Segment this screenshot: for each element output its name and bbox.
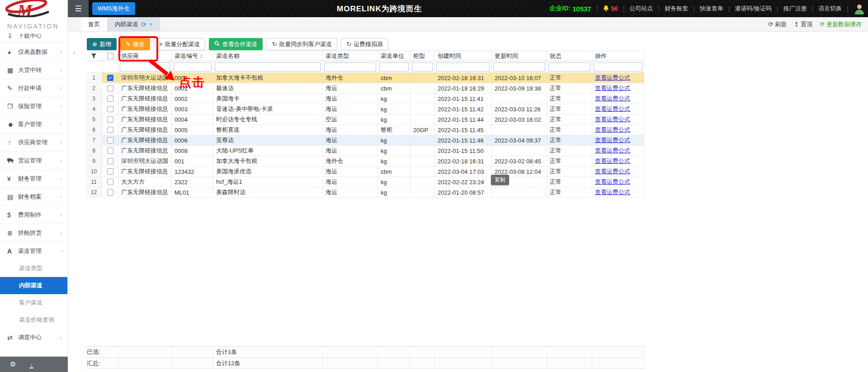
row-checkbox[interactable] bbox=[107, 148, 113, 154]
tab-refresh-icon[interactable]: ⟳ bbox=[141, 21, 146, 28]
row-checkbox[interactable] bbox=[107, 85, 113, 91]
col-channel-type[interactable]: 渠道类型 bbox=[323, 51, 378, 61]
table-row[interactable]: 6 广东无限链接信息 0005 整柜直送 海运 整柜 20GP 2022-01-… bbox=[86, 125, 644, 135]
tab-home[interactable]: 首页 bbox=[81, 17, 108, 31]
table-row[interactable]: 9 深圳市明大运达国 001 加拿大海卡包税 海外仓 kg 2022-02-18… bbox=[86, 156, 644, 167]
edit-button[interactable]: ✎ 修改 bbox=[120, 38, 150, 50]
app-switch-button[interactable]: WMS海外仓 bbox=[92, 2, 135, 15]
hamburger-menu-icon[interactable]: ☰ bbox=[68, 0, 89, 17]
view-freight-formula-link[interactable]: 查看运费公式 bbox=[595, 105, 630, 113]
view-freight-formula-link[interactable]: 查看运费公式 bbox=[595, 136, 630, 144]
filter-funnel-icon[interactable] bbox=[86, 51, 102, 61]
filter-supplier-input[interactable] bbox=[120, 62, 170, 72]
row-checkbox[interactable] bbox=[107, 75, 113, 81]
row-checkbox[interactable] bbox=[107, 189, 113, 196]
table-row[interactable]: 4 广东无限链接信息 0003 音速达-美中带电-卡派 海运 kg 2022-0… bbox=[86, 104, 644, 114]
col-cabinet-type[interactable]: 柜型 bbox=[410, 51, 435, 61]
sidebar-item-finance[interactable]: ¥ 财务管理 ‹ bbox=[0, 169, 67, 187]
menu-finance-book[interactable]: 财务账套 bbox=[665, 5, 688, 13]
view-freight-formula-link[interactable]: 查看运费公式 bbox=[595, 147, 630, 155]
table-row[interactable]: 8 广东无限链接信息 0008 大陆-UPS红单 海运 kg 2022-01-1… bbox=[86, 146, 644, 156]
filter-channel-unit-input[interactable] bbox=[379, 62, 409, 72]
sidebar-subitem-channel-price-query[interactable]: 渠道价格查询 bbox=[0, 311, 67, 329]
sidebar-item-download-center[interactable]: ⇩ 下载中心 bbox=[0, 33, 67, 43]
user-avatar[interactable] bbox=[854, 3, 865, 14]
sort-icon[interactable]: ▲▼ bbox=[200, 53, 203, 59]
row-checkbox[interactable] bbox=[107, 95, 113, 102]
filter-created-input[interactable] bbox=[436, 62, 490, 72]
select-all-checkbox[interactable] bbox=[107, 53, 113, 59]
filter-cabinet-input[interactable] bbox=[412, 62, 433, 72]
col-created-time[interactable]: 创建时间 bbox=[435, 51, 492, 61]
filter-channel-name-input[interactable] bbox=[215, 62, 321, 72]
view-freight-formula-link[interactable]: 查看运费公式 bbox=[595, 167, 630, 176]
gear-icon[interactable]: ⚙ bbox=[10, 360, 16, 368]
download-icon[interactable]: ↓ bbox=[29, 360, 33, 368]
sidebar-item-insurance[interactable]: ❐ 保险管理 ‹ bbox=[0, 97, 67, 115]
filter-status-input[interactable] bbox=[548, 62, 590, 72]
sidebar-item-payment-request[interactable]: ✎ 付款申请 ‹ bbox=[0, 79, 67, 97]
menu-company-site[interactable]: 公司站点 bbox=[630, 5, 653, 13]
pin-top-button[interactable]: ↥ 置顶 bbox=[794, 20, 812, 29]
sidebar-item-suppliers[interactable]: ☝ 供应商管理 ‹ bbox=[0, 133, 67, 151]
row-checkbox[interactable] bbox=[107, 116, 113, 123]
menu-language-switch[interactable]: 语言切换 bbox=[818, 5, 842, 13]
col-supplier[interactable]: 供应商 bbox=[118, 51, 172, 61]
sidebar-item-fee-making[interactable]: $ 费用制作 ‹ bbox=[0, 205, 67, 224]
view-freight-formula-link[interactable]: 查看运费公式 bbox=[595, 157, 630, 165]
row-checkbox[interactable] bbox=[107, 179, 113, 185]
col-channel-code[interactable]: 渠道编号 ▲▼ bbox=[172, 51, 213, 61]
view-freight-formula-link[interactable]: 查看运费公式 bbox=[595, 74, 630, 82]
col-channel-unit[interactable]: 渠道单位 bbox=[378, 51, 410, 61]
view-freight-formula-link[interactable]: 查看运费公式 bbox=[595, 126, 630, 134]
view-freight-formula-link[interactable]: 查看运费公式 bbox=[595, 95, 630, 103]
batch-sync-button[interactable]: ↻ 批量同步到客户渠道 bbox=[266, 38, 337, 50]
table-row[interactable]: 11 大大方方 2322 hcf_海运1 海运 kg 2022-02-22 23… bbox=[86, 177, 644, 187]
sidebar-subitem-customer-channel[interactable]: 客户渠道 bbox=[0, 294, 67, 311]
sidebar-item-bulk-transfer[interactable]: ▦ 大货中转 ‹ bbox=[0, 61, 67, 79]
table-row[interactable]: 10 广东无限链接信息 123432 美国海派优选 海运 cbm 2022-03… bbox=[86, 167, 644, 177]
add-button[interactable]: ⊕ 新增 bbox=[87, 38, 117, 50]
refresh-button[interactable]: ⟳ 刷新 bbox=[768, 20, 787, 29]
table-row[interactable]: 2 广东无限链接信息 0001 极速达 海运 cbm 2022-01-18 16… bbox=[86, 83, 644, 94]
filter-channel-code-input[interactable] bbox=[173, 62, 212, 72]
sidebar-item-dashboard[interactable]: ◕ 仪表盘数据 ‹ bbox=[0, 43, 67, 61]
view-freight-formula-link[interactable]: 查看运费公式 bbox=[595, 188, 630, 196]
row-checkbox[interactable] bbox=[107, 127, 113, 133]
view-freight-formula-link[interactable]: 查看运费公式 bbox=[595, 178, 630, 186]
row-checkbox[interactable] bbox=[107, 106, 113, 112]
table-row[interactable]: 7 广东无限链接信息 0006 至尊达 海运 kg 2022-01-15 11:… bbox=[86, 135, 644, 146]
row-checkbox[interactable] bbox=[107, 137, 113, 143]
sidebar-item-finance-archive[interactable]: ▤ 财务档案 ‹ bbox=[0, 187, 67, 205]
col-updated-time[interactable]: 更新时间 bbox=[492, 51, 547, 61]
notification-bell[interactable]: 56 bbox=[603, 5, 618, 12]
collapse-sidebar-icon[interactable]: ‹ bbox=[73, 49, 75, 56]
morelink-logo[interactable]: M bbox=[0, 0, 68, 17]
table-row[interactable]: 1 深圳市明大运达国 0000 加拿大海卡不包税 海外仓 cbm 2022-02… bbox=[86, 73, 644, 83]
sidebar-item-consolidation[interactable]: ≣ 拼舱拼货 ‹ bbox=[0, 224, 67, 242]
sidebar-item-freight[interactable]: 货运管理 ‹ bbox=[0, 151, 67, 169]
tab-close-icon[interactable]: × bbox=[149, 21, 153, 28]
freight-simulator-button[interactable]: ↻ 运费模拟器 bbox=[341, 38, 388, 50]
table-row[interactable]: 5 广东无限链接信息 0004 时必达专仓专线 空运 kg 2022-01-15… bbox=[86, 114, 644, 125]
tab-internal-channel[interactable]: 内部渠道 ⟳ × bbox=[108, 17, 160, 31]
row-checkbox[interactable] bbox=[107, 158, 113, 164]
table-row[interactable]: 3 广东无限链接信息 0002 美国海卡 海运 kg 2022-01-15 11… bbox=[86, 94, 644, 104]
update-cache-button[interactable]: ⟳ 更新数据缓存 bbox=[820, 20, 862, 29]
filter-channel-type-input[interactable] bbox=[324, 62, 376, 72]
sidebar-item-dispatch-center[interactable]: ⇄ 调度中心 ‹ bbox=[0, 329, 67, 347]
copy-tooltip[interactable]: 复制 bbox=[491, 175, 509, 185]
sidebar-item-channel-management[interactable]: A 渠道管理 ‹ bbox=[0, 242, 67, 260]
batch-assign-button[interactable]: ≡ 批量分配渠道 bbox=[154, 38, 206, 50]
sidebar-item-customers[interactable]: ☻ 客户管理 ‹ bbox=[0, 115, 67, 133]
filter-updated-input[interactable] bbox=[493, 62, 545, 72]
col-operation[interactable]: 操作 bbox=[592, 51, 644, 61]
filter-operation-input[interactable] bbox=[594, 62, 642, 72]
col-status[interactable]: 状态 bbox=[547, 51, 592, 61]
menu-quick-search[interactable]: 快速查单 bbox=[700, 5, 723, 13]
table-row[interactable]: 12 广东无限链接信息 ML01 美森限时达 海运 kg 2022-01-20 … bbox=[86, 187, 644, 198]
sidebar-subitem-channel-type[interactable]: 渠道类型 bbox=[0, 260, 67, 277]
view-coop-channel-button[interactable]: 查看合作渠道 bbox=[209, 38, 263, 50]
row-checkbox[interactable] bbox=[107, 168, 113, 175]
menu-invite-code[interactable]: 邀请码/验证码 bbox=[735, 5, 772, 13]
